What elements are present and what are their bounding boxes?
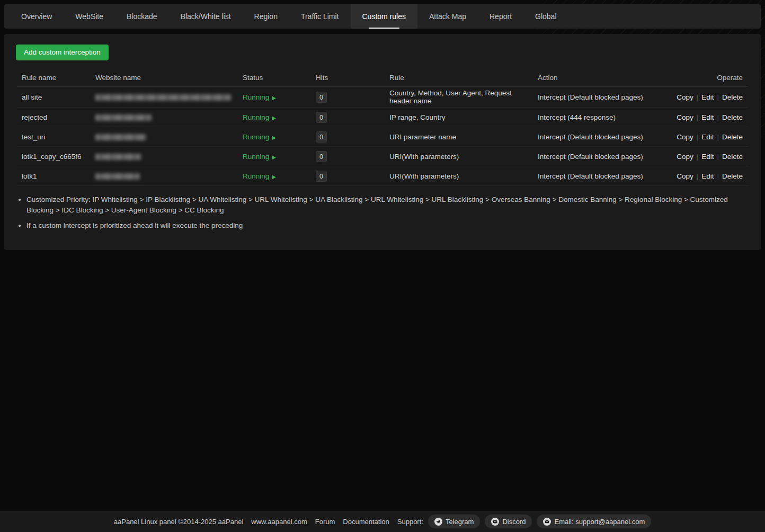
col-header-rule-name: Rule name: [17, 74, 91, 82]
edit-link[interactable]: Edit: [701, 153, 714, 161]
operate-cell: Copy|Edit|Delete: [669, 113, 748, 121]
rule-name-cell: test_uri: [17, 133, 91, 141]
priority-note: Customized Priority: IP Whitelisting > I…: [26, 194, 739, 216]
status-cell[interactable]: Running▶: [238, 153, 311, 161]
tab-report[interactable]: Report: [478, 4, 523, 29]
table-row: lotk1_copy_c665f6 Running▶ 0 URI(With pa…: [17, 147, 748, 166]
col-header-action: Action: [533, 74, 669, 82]
rule-cell: URI(With parameters): [385, 153, 533, 161]
status-cell[interactable]: Running▶: [238, 133, 311, 141]
website-name-redacted: [95, 134, 146, 140]
rule-name-cell: lotk1: [17, 172, 91, 180]
tab-global[interactable]: Global: [523, 4, 568, 29]
tab-website[interactable]: WebSite: [64, 4, 115, 29]
copy-link[interactable]: Copy: [677, 113, 693, 121]
tab-custom-rules[interactable]: Custom rules: [351, 4, 417, 29]
rule-cell: URI parameter name: [385, 133, 533, 141]
hits-cell: 0: [311, 171, 385, 182]
rule-cell: Country, Method, User Agent, Request hea…: [385, 89, 533, 105]
docs-link[interactable]: Documentation: [343, 518, 389, 526]
telegram-label: Telegram: [446, 518, 474, 526]
email-icon: [543, 518, 551, 526]
rules-table: Rule name Website name Status Hits Rule …: [17, 69, 748, 186]
delete-link[interactable]: Delete: [722, 172, 743, 180]
copy-link[interactable]: Copy: [677, 153, 693, 161]
website-name-redacted: [95, 154, 141, 160]
separator: |: [697, 133, 699, 141]
discord-button[interactable]: Discord: [485, 515, 532, 528]
separator: |: [697, 93, 699, 101]
tab-region[interactable]: Region: [243, 4, 289, 29]
operate-cell: Copy|Edit|Delete: [669, 133, 748, 141]
hits-badge: 0: [316, 151, 327, 162]
email-button[interactable]: Email: support@aapanel.com: [537, 515, 651, 528]
tab-blockade[interactable]: Blockade: [115, 4, 169, 29]
tab-traffic-limit[interactable]: Traffic Limit: [289, 4, 351, 29]
notes-list: Customized Priority: IP Whitelisting > I…: [16, 194, 749, 231]
support-label: Support:: [397, 518, 423, 526]
edit-link[interactable]: Edit: [701, 113, 714, 121]
col-header-operate: Operate: [669, 74, 748, 82]
delete-link[interactable]: Delete: [722, 113, 743, 121]
delete-link[interactable]: Delete: [722, 93, 743, 101]
edit-link[interactable]: Edit: [701, 133, 714, 141]
website-name-cell: [91, 113, 238, 121]
page-footer: aaPanel Linux panel ©2014-2025 aaPanel w…: [0, 511, 765, 532]
custom-rules-panel: Add custom interception Rule name Websit…: [4, 34, 761, 250]
play-icon: ▶: [272, 135, 276, 140]
website-name-redacted: [95, 173, 140, 180]
copy-link[interactable]: Copy: [677, 93, 693, 101]
hits-badge: 0: [316, 112, 327, 123]
hits-cell: 0: [311, 131, 385, 143]
edit-link[interactable]: Edit: [701, 93, 714, 101]
status-cell[interactable]: Running▶: [238, 113, 311, 121]
delete-link[interactable]: Delete: [722, 133, 743, 141]
table-body: all site Running▶ 0 Country, Method, Use…: [17, 87, 748, 186]
support-group: Support: Telegram Discord Email: support…: [397, 515, 651, 528]
status-text: Running: [243, 172, 269, 180]
discord-label: Discord: [502, 518, 526, 526]
col-header-status: Status: [238, 74, 311, 82]
website-name-cell: [91, 133, 238, 141]
separator: |: [697, 153, 699, 161]
operate-cell: Copy|Edit|Delete: [669, 93, 748, 101]
copy-link[interactable]: Copy: [677, 172, 693, 180]
hits-badge: 0: [316, 92, 327, 103]
rule-cell: IP range, Country: [385, 113, 533, 121]
table-row: all site Running▶ 0 Country, Method, Use…: [17, 87, 748, 108]
rule-name-cell: rejected: [17, 113, 91, 121]
table-header-row: Rule name Website name Status Hits Rule …: [17, 69, 748, 87]
discord-icon: [491, 518, 499, 526]
status-text: Running: [243, 93, 269, 101]
rule-name-cell: all site: [17, 93, 91, 101]
play-icon: ▶: [272, 95, 276, 101]
rule-cell: URI(With parameters): [385, 172, 533, 180]
edit-link[interactable]: Edit: [701, 172, 714, 180]
execution-note: If a custom intercept is prioritized ahe…: [26, 220, 739, 231]
hits-cell: 0: [311, 92, 385, 103]
website-link[interactable]: www.aapanel.com: [251, 518, 307, 526]
hits-badge: 0: [316, 171, 327, 182]
separator: |: [717, 153, 719, 161]
top-navigation: OverviewWebSiteBlockadeBlack/White listR…: [4, 4, 761, 29]
table-row: rejected Running▶ 0 IP range, Country In…: [17, 108, 748, 127]
website-name-redacted: [95, 114, 152, 121]
table-row: test_uri Running▶ 0 URI parameter name I…: [17, 127, 748, 147]
delete-link[interactable]: Delete: [722, 153, 743, 161]
forum-link[interactable]: Forum: [315, 518, 335, 526]
tab-overview[interactable]: Overview: [10, 4, 64, 29]
email-label: Email: support@aapanel.com: [554, 518, 645, 526]
add-custom-interception-button[interactable]: Add custom interception: [16, 45, 109, 60]
status-cell[interactable]: Running▶: [238, 93, 311, 101]
tab-black-white-list[interactable]: Black/White list: [169, 4, 243, 29]
hits-cell: 0: [311, 151, 385, 162]
play-icon: ▶: [272, 115, 276, 121]
play-icon: ▶: [272, 174, 276, 180]
status-cell[interactable]: Running▶: [238, 172, 311, 180]
copy-link[interactable]: Copy: [677, 133, 693, 141]
separator: |: [697, 113, 699, 121]
telegram-button[interactable]: Telegram: [428, 515, 480, 528]
separator: |: [717, 113, 719, 121]
table-row: lotk1 Running▶ 0 URI(With parameters) In…: [17, 166, 748, 186]
tab-attack-map[interactable]: Attack Map: [417, 4, 478, 29]
